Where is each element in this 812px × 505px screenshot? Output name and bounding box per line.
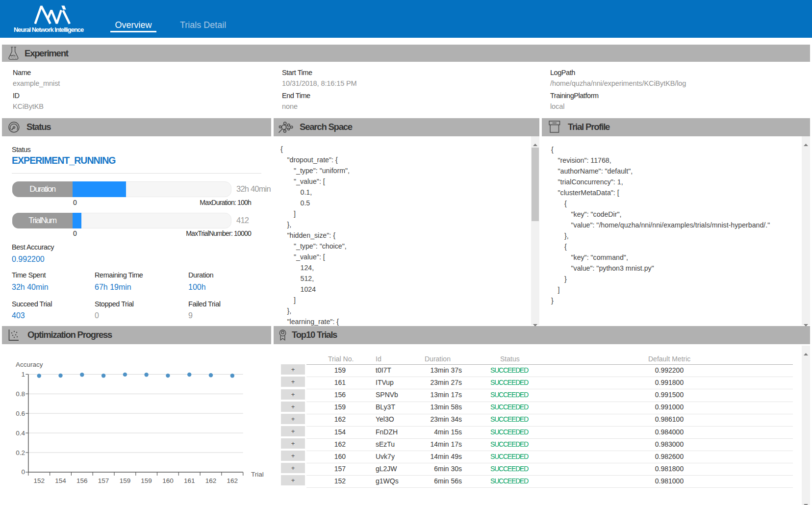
svg-text:162: 162: [205, 477, 217, 484]
svg-text:0.6: 0.6: [16, 410, 25, 417]
svg-text:1: 1: [21, 371, 25, 378]
svg-text:157: 157: [98, 477, 109, 484]
svg-text:Trial: Trial: [251, 471, 264, 478]
svg-text:154: 154: [55, 477, 66, 484]
svg-text:162: 162: [227, 477, 238, 484]
svg-text:156: 156: [76, 477, 88, 484]
svg-text:0.4: 0.4: [16, 429, 25, 437]
svg-text:160: 160: [162, 477, 174, 484]
svg-text:0: 0: [21, 468, 25, 476]
svg-text:159: 159: [141, 477, 152, 484]
svg-text:161: 161: [184, 477, 195, 484]
svg-text:0.2: 0.2: [16, 449, 25, 456]
svg-text:159: 159: [120, 477, 131, 484]
svg-text:Accuracy: Accuracy: [16, 361, 43, 368]
svg-text:152: 152: [33, 477, 45, 484]
svg-text:0.8: 0.8: [16, 390, 25, 398]
